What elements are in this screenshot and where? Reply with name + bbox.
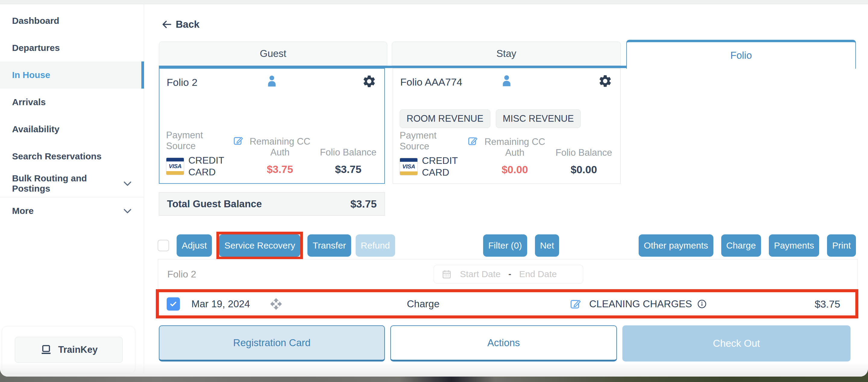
remaining-cc-auth-block: Remaining CC Auth $3.75	[245, 136, 315, 178]
sidebar-item-arrivals[interactable]: Arrivals	[0, 89, 144, 116]
tab-folio[interactable]: Folio	[626, 40, 856, 69]
row-description: CLEANING CHARGES	[589, 298, 692, 310]
refund-button[interactable]: Refund	[355, 234, 395, 257]
folio-card-title: Folio AAA774	[400, 76, 462, 88]
sidebar-item-availability[interactable]: Availability	[0, 116, 144, 143]
ledger-row-highlight: Mar 19, 2024 Charge CLEANING CHARGES	[156, 289, 858, 318]
visa-card-icon: VISA	[400, 158, 418, 175]
remaining-cc-auth-block: Remaining CC Auth $0.00	[480, 136, 550, 178]
adjust-button[interactable]: Adjust	[177, 234, 212, 257]
row-date: Mar 19, 2024	[191, 298, 250, 310]
chip-misc-revenue: MISC REVENUE	[496, 109, 581, 128]
screen: Dashboard Departures In House Arrivals A…	[0, 0, 868, 382]
folio-balance-block: Folio Balance $3.75	[316, 147, 380, 178]
date-range-picker[interactable]: Start Date - End Date	[434, 265, 583, 284]
move-handle-icon[interactable]	[270, 298, 282, 310]
start-date-input[interactable]: Start Date	[460, 269, 501, 279]
end-date-input[interactable]: End Date	[519, 269, 557, 279]
payment-source-label: Payment Source	[400, 130, 464, 152]
tab-label: Guest	[260, 48, 286, 59]
folio-balance-label: Folio Balance	[552, 147, 616, 158]
trainkey-button[interactable]: TrainKey	[15, 337, 123, 363]
row-amount: $3.75	[815, 298, 840, 310]
edit-charge-icon[interactable]	[569, 298, 581, 310]
sidebar-item-label: Dashboard	[12, 16, 59, 26]
tab-guest[interactable]: Guest	[159, 41, 387, 66]
folio-card-folio-aaa774[interactable]: Folio AAA774 ROOM REVENUE MISC REVENUE P…	[393, 68, 621, 184]
remaining-cc-auth-value: $3.75	[245, 163, 315, 175]
sidebar-item-more[interactable]: More	[0, 197, 144, 224]
chip-room-revenue: ROOM REVENUE	[400, 109, 490, 128]
calendar-icon	[441, 269, 452, 280]
edit-payment-source-icon[interactable]	[467, 135, 478, 147]
sidebar-item-label: Departures	[12, 43, 60, 53]
sidebar-item-label: Bulk Routing and Postings	[12, 173, 122, 194]
payment-source-block: Payment Source VISA CREDIT CARD	[166, 130, 244, 178]
window-top-strip	[0, 0, 868, 4]
ledger-folio-label: Folio 2	[167, 269, 196, 280]
charge-button[interactable]: Charge	[721, 234, 761, 257]
service-recovery-highlight: Service Recovery	[216, 232, 303, 259]
sidebar: Dashboard Departures In House Arrivals A…	[0, 4, 144, 377]
person-icon[interactable]	[264, 73, 280, 90]
row-type: Charge	[407, 298, 439, 310]
registration-card-button[interactable]: Registration Card	[159, 325, 385, 361]
gear-icon[interactable]	[362, 74, 376, 90]
sidebar-item-label: In House	[12, 70, 50, 80]
folio-card-title: Folio 2	[167, 76, 197, 88]
laptop-icon	[39, 343, 53, 356]
print-button[interactable]: Print	[827, 234, 856, 257]
sidebar-nav: Dashboard Departures In House Arrivals A…	[0, 4, 144, 224]
payment-source-block: Payment Source VISA CREDIT CARD	[400, 130, 478, 178]
chevron-down-icon	[122, 205, 133, 216]
sidebar-item-search-reservations[interactable]: Search Reservations	[0, 143, 144, 170]
sidebar-item-label: Arrivals	[12, 97, 46, 107]
edit-payment-source-icon[interactable]	[233, 135, 244, 146]
sidebar-item-in-house[interactable]: In House	[0, 61, 144, 89]
total-guest-balance-bar: Total Guest Balance $3.75	[159, 192, 385, 216]
chevron-down-icon	[122, 178, 133, 189]
payment-summary: Payment Source VISA CREDIT CARD	[400, 130, 616, 178]
visa-card-brand: VISA	[400, 162, 417, 171]
tab-label: Folio	[730, 50, 752, 61]
trainkey-label: TrainKey	[58, 344, 98, 355]
info-icon[interactable]	[697, 299, 707, 309]
filter-button[interactable]: Filter (0)	[483, 234, 527, 257]
sidebar-item-bulk-routing-and-postings[interactable]: Bulk Routing and Postings	[0, 170, 144, 197]
sidebar-item-departures[interactable]: Departures	[0, 34, 144, 61]
sidebar-item-dashboard[interactable]: Dashboard	[0, 7, 144, 34]
check-out-button[interactable]: Check Out	[622, 325, 850, 361]
transfer-button[interactable]: Transfer	[307, 234, 351, 257]
other-payments-button[interactable]: Other payments	[639, 234, 713, 257]
back-label: Back	[176, 19, 199, 30]
tab-label: Stay	[496, 48, 516, 59]
gear-icon[interactable]	[598, 74, 613, 90]
folio-balance-value: $0.00	[552, 164, 616, 176]
back-button[interactable]: Back	[161, 19, 199, 30]
person-icon[interactable]	[499, 73, 515, 90]
row-checkbox-checked[interactable]	[167, 297, 180, 311]
sidebar-item-label: More	[12, 206, 34, 216]
payment-summary: Payment Source VISA CREDIT CARD	[166, 130, 380, 178]
main-content: Back Guest Stay Folio Folio 2	[144, 4, 868, 377]
revenue-chips: ROOM REVENUE MISC REVENUE	[400, 109, 581, 128]
service-recovery-button[interactable]: Service Recovery	[219, 234, 300, 257]
trainkey-card: TrainKey	[2, 326, 135, 374]
payment-method-value: CREDIT CARD	[188, 155, 232, 178]
total-guest-balance-label: Total Guest Balance	[167, 198, 262, 210]
actions-button[interactable]: Actions	[390, 325, 617, 361]
sidebar-item-label: Search Reservations	[12, 151, 101, 161]
folio-balance-block: Folio Balance $0.00	[552, 147, 616, 178]
app-window: Dashboard Departures In House Arrivals A…	[0, 0, 868, 377]
total-guest-balance-value: $3.75	[350, 198, 377, 210]
payments-button[interactable]: Payments	[769, 234, 819, 257]
folio-balance-label: Folio Balance	[316, 147, 380, 158]
net-button[interactable]: Net	[535, 234, 559, 257]
back-arrow-icon	[161, 19, 172, 30]
tab-stay[interactable]: Stay	[392, 41, 621, 66]
visa-card-icon: VISA	[166, 158, 184, 175]
ledger-row[interactable]: Mar 19, 2024 Charge CLEANING CHARGES	[159, 292, 855, 315]
date-separator: -	[508, 269, 511, 279]
select-all-checkbox[interactable]	[158, 240, 169, 251]
folio-card-folio-2[interactable]: Folio 2 Payment Source	[159, 68, 385, 184]
